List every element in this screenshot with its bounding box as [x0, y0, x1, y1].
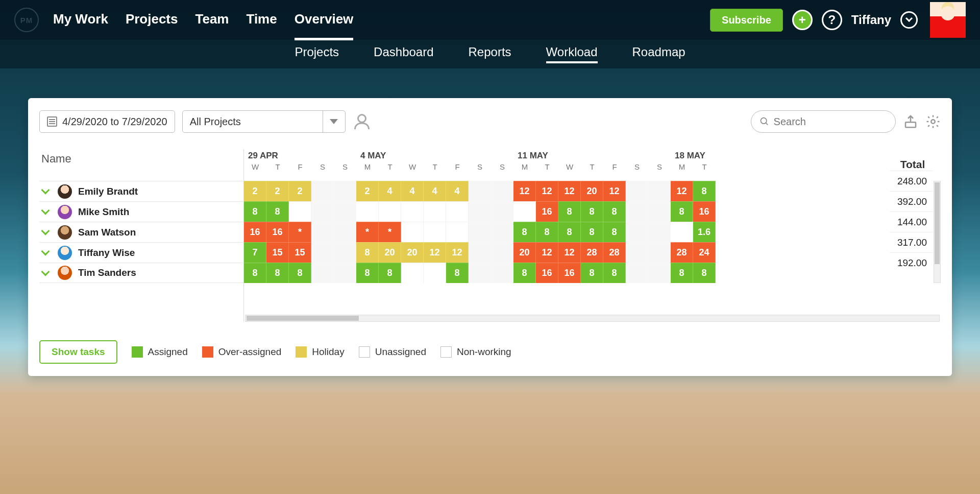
workload-cell[interactable]: 4: [446, 181, 469, 201]
expand-toggle[interactable]: [42, 206, 52, 218]
workload-cell[interactable]: 8: [536, 222, 558, 242]
workload-cell[interactable]: 12: [513, 181, 536, 201]
workload-cell[interactable]: 8: [603, 222, 626, 242]
workload-cell[interactable]: 28: [603, 242, 626, 263]
workload-cell[interactable]: 24: [693, 242, 716, 263]
workload-cell[interactable]: 4: [424, 181, 446, 201]
topnav-item-projects[interactable]: Projects: [126, 0, 178, 40]
vertical-scrollbar[interactable]: [934, 181, 941, 283]
workload-cell[interactable]: 8: [603, 201, 626, 222]
project-filter[interactable]: All Projects: [182, 110, 346, 133]
subnav-item-roadmap[interactable]: Roadmap: [632, 45, 685, 63]
workload-cell[interactable]: 15: [266, 242, 289, 263]
workload-cell[interactable]: 16: [536, 263, 558, 283]
workload-cell[interactable]: 8: [581, 263, 603, 283]
legend-item-holiday: Holiday: [296, 346, 344, 358]
week-label: 18 MAY: [671, 149, 716, 162]
subnav-item-workload[interactable]: Workload: [546, 45, 598, 63]
workload-cell: [626, 181, 648, 201]
workload-cell[interactable]: 4: [401, 181, 424, 201]
workload-cell[interactable]: 28: [581, 242, 603, 263]
workload-cell[interactable]: 20: [581, 181, 603, 201]
workload-cell[interactable]: *: [356, 222, 379, 242]
workload-cell[interactable]: 16: [693, 201, 716, 222]
add-button[interactable]: +: [792, 10, 813, 30]
expand-toggle[interactable]: [42, 267, 52, 279]
search-input-wrapper[interactable]: [751, 110, 896, 133]
workload-cell[interactable]: 8: [558, 201, 581, 222]
workload-cell[interactable]: 20: [513, 242, 536, 263]
workload-cell[interactable]: 8: [671, 201, 693, 222]
horizontal-scrollbar[interactable]: [245, 315, 940, 322]
workload-cell[interactable]: 28: [671, 242, 693, 263]
workload-cell[interactable]: 12: [603, 181, 626, 201]
workload-cell[interactable]: 2: [244, 181, 266, 201]
workload-cell[interactable]: 2: [266, 181, 289, 201]
expand-toggle[interactable]: [42, 226, 52, 238]
expand-toggle[interactable]: [42, 185, 52, 197]
workload-cell[interactable]: 8: [244, 263, 266, 283]
person-name: Tim Sanders: [78, 267, 136, 278]
workload-cell[interactable]: 8: [289, 263, 311, 283]
topnav-item-time[interactable]: Time: [246, 0, 277, 40]
workload-cell[interactable]: 1.6: [693, 222, 716, 242]
workload-cell[interactable]: 12: [536, 181, 558, 201]
workload-cell[interactable]: 12: [536, 242, 558, 263]
workload-cell[interactable]: 8: [356, 242, 379, 263]
user-menu-toggle[interactable]: [900, 11, 918, 29]
workload-cell[interactable]: 20: [379, 242, 401, 263]
workload-cell[interactable]: 7: [244, 242, 266, 263]
topnav-item-overview[interactable]: Overview: [295, 0, 354, 40]
person-filter-button[interactable]: [353, 112, 371, 131]
workload-cell[interactable]: 8: [693, 181, 716, 201]
workload-cell[interactable]: 8: [558, 222, 581, 242]
workload-cell[interactable]: 12: [424, 242, 446, 263]
expand-toggle[interactable]: [42, 247, 52, 258]
workload-cell[interactable]: 12: [671, 181, 693, 201]
day-label: T: [693, 162, 716, 171]
workload-cell[interactable]: 16: [244, 222, 266, 242]
workload-cell[interactable]: 8: [671, 263, 693, 283]
workload-cell[interactable]: *: [379, 222, 401, 242]
avatar[interactable]: [930, 2, 966, 38]
workload-cell[interactable]: 4: [379, 181, 401, 201]
workload-cell[interactable]: 16: [266, 222, 289, 242]
subscribe-button[interactable]: Subscribe: [710, 9, 783, 32]
workload-cell[interactable]: 2: [289, 181, 311, 201]
subnav-item-dashboard[interactable]: Dashboard: [374, 45, 433, 63]
workload-cell[interactable]: 12: [446, 242, 469, 263]
workload-cell[interactable]: 8: [581, 201, 603, 222]
workload-cell[interactable]: 16: [558, 263, 581, 283]
topnav-item-team[interactable]: Team: [195, 0, 229, 40]
subnav-item-projects[interactable]: Projects: [295, 45, 339, 63]
settings-button[interactable]: [925, 114, 941, 129]
workload-cell[interactable]: 8: [693, 263, 716, 283]
workload-cell[interactable]: 8: [603, 263, 626, 283]
subnav-item-reports[interactable]: Reports: [469, 45, 511, 63]
workload-cell[interactable]: 8: [266, 201, 289, 222]
workload-cell[interactable]: 8: [513, 263, 536, 283]
workload-cell[interactable]: 15: [289, 242, 311, 263]
export-button[interactable]: [903, 114, 918, 129]
workload-row: 8816888816: [244, 201, 890, 222]
workload-cell[interactable]: 8: [356, 263, 379, 283]
show-tasks-button[interactable]: Show tasks: [39, 340, 117, 364]
workload-cell[interactable]: 16: [536, 201, 558, 222]
workload-cell[interactable]: 8: [581, 222, 603, 242]
workload-cell[interactable]: 12: [558, 242, 581, 263]
workload-cell[interactable]: *: [289, 222, 311, 242]
workload-cell[interactable]: 12: [558, 181, 581, 201]
workload-cell[interactable]: 8: [266, 263, 289, 283]
workload-cell[interactable]: 8: [379, 263, 401, 283]
topnav-item-my-work[interactable]: My Work: [53, 0, 108, 40]
workload-cell[interactable]: 8: [446, 263, 469, 283]
help-button[interactable]: ?: [822, 10, 842, 30]
workload-cell[interactable]: 8: [244, 201, 266, 222]
date-range-picker[interactable]: 4/29/2020 to 7/29/2020: [39, 110, 175, 133]
workload-cell[interactable]: 2: [356, 181, 379, 201]
workload-cell[interactable]: 20: [401, 242, 424, 263]
swatch-nonworking: [440, 346, 452, 358]
search-input[interactable]: [774, 116, 887, 128]
workload-cell[interactable]: 8: [513, 222, 536, 242]
logo[interactable]: PM: [14, 8, 39, 32]
